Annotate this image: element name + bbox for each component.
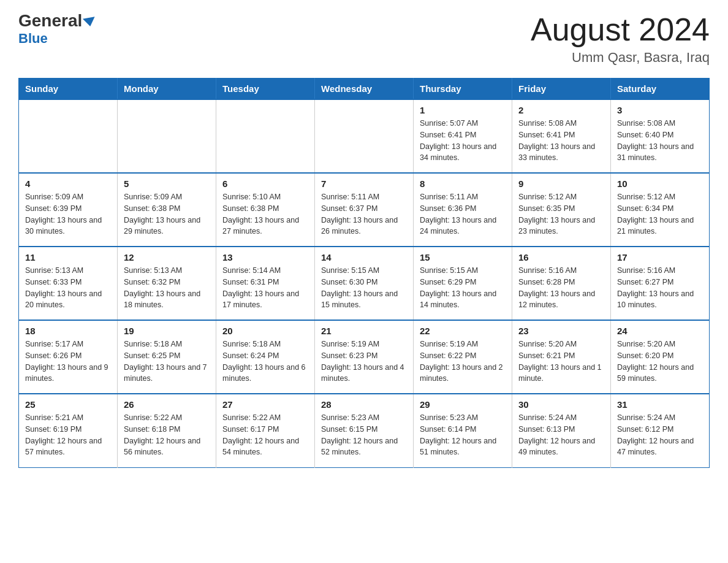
day-number: 21 [321,326,407,336]
calendar-week-5: 25Sunrise: 5:21 AM Sunset: 6:19 PM Dayli… [19,394,710,467]
day-number: 25 [25,399,111,410]
day-number: 16 [518,252,604,262]
day-info: Sunrise: 5:13 AM Sunset: 6:32 PM Dayligh… [124,265,210,311]
calendar-cell: 21Sunrise: 5:19 AM Sunset: 6:23 PM Dayli… [315,320,414,394]
day-number: 29 [420,399,506,410]
day-number: 1 [420,105,506,115]
calendar-week-4: 18Sunrise: 5:17 AM Sunset: 6:26 PM Dayli… [19,320,710,394]
day-info: Sunrise: 5:16 AM Sunset: 6:27 PM Dayligh… [617,265,703,311]
day-info: Sunrise: 5:07 AM Sunset: 6:41 PM Dayligh… [420,118,506,164]
day-info: Sunrise: 5:15 AM Sunset: 6:29 PM Dayligh… [420,265,506,311]
calendar-cell [19,99,118,173]
calendar-cell: 25Sunrise: 5:21 AM Sunset: 6:19 PM Dayli… [19,394,118,467]
day-info: Sunrise: 5:24 AM Sunset: 6:12 PM Dayligh… [617,412,703,458]
logo-bottom: Blue [18,31,48,47]
day-number: 10 [617,178,703,189]
calendar-cell: 5Sunrise: 5:09 AM Sunset: 6:38 PM Daylig… [118,173,216,247]
calendar-cell: 9Sunrise: 5:12 AM Sunset: 6:35 PM Daylig… [512,173,611,247]
day-info: Sunrise: 5:16 AM Sunset: 6:28 PM Dayligh… [518,265,604,311]
calendar-week-2: 4Sunrise: 5:09 AM Sunset: 6:39 PM Daylig… [19,173,710,247]
day-info: Sunrise: 5:21 AM Sunset: 6:19 PM Dayligh… [25,412,111,458]
day-number: 9 [518,178,604,189]
day-info: Sunrise: 5:22 AM Sunset: 6:17 PM Dayligh… [222,412,308,458]
day-number: 3 [617,105,703,115]
calendar-cell: 22Sunrise: 5:19 AM Sunset: 6:22 PM Dayli… [414,320,512,394]
day-number: 19 [124,326,210,336]
calendar-cell: 4Sunrise: 5:09 AM Sunset: 6:39 PM Daylig… [19,173,118,247]
calendar-cell: 17Sunrise: 5:16 AM Sunset: 6:27 PM Dayli… [611,247,710,320]
day-number: 18 [25,326,111,336]
day-number: 31 [617,399,703,410]
calendar-cell: 19Sunrise: 5:18 AM Sunset: 6:25 PM Dayli… [118,320,216,394]
day-number: 15 [420,252,506,262]
day-info: Sunrise: 5:13 AM Sunset: 6:33 PM Dayligh… [25,265,111,311]
calendar-cell: 27Sunrise: 5:22 AM Sunset: 6:17 PM Dayli… [216,394,315,467]
day-number: 27 [222,399,308,410]
day-info: Sunrise: 5:18 AM Sunset: 6:25 PM Dayligh… [124,339,210,385]
calendar-cell: 16Sunrise: 5:16 AM Sunset: 6:28 PM Dayli… [512,247,611,320]
day-info: Sunrise: 5:23 AM Sunset: 6:15 PM Dayligh… [321,412,407,458]
day-info: Sunrise: 5:17 AM Sunset: 6:26 PM Dayligh… [25,339,111,385]
day-info: Sunrise: 5:24 AM Sunset: 6:13 PM Dayligh… [518,412,604,458]
calendar-cell: 1Sunrise: 5:07 AM Sunset: 6:41 PM Daylig… [414,99,512,173]
calendar-body: 1Sunrise: 5:07 AM Sunset: 6:41 PM Daylig… [19,99,710,467]
month-title: August 2024 [531,12,710,47]
calendar-cell [216,99,315,173]
day-number: 24 [617,326,703,336]
weekday-header-sunday: Sunday [19,79,118,100]
calendar-cell [315,99,414,173]
day-number: 23 [518,326,604,336]
day-info: Sunrise: 5:15 AM Sunset: 6:30 PM Dayligh… [321,265,407,311]
day-info: Sunrise: 5:11 AM Sunset: 6:36 PM Dayligh… [420,191,506,237]
weekday-header-tuesday: Tuesday [216,79,315,100]
day-number: 22 [420,326,506,336]
day-info: Sunrise: 5:23 AM Sunset: 6:14 PM Dayligh… [420,412,506,458]
calendar-cell: 31Sunrise: 5:24 AM Sunset: 6:12 PM Dayli… [611,394,710,467]
calendar-cell: 13Sunrise: 5:14 AM Sunset: 6:31 PM Dayli… [216,247,315,320]
day-info: Sunrise: 5:12 AM Sunset: 6:34 PM Dayligh… [617,191,703,237]
calendar-cell: 30Sunrise: 5:24 AM Sunset: 6:13 PM Dayli… [512,394,611,467]
logo: General Blue [18,12,96,47]
calendar-cell: 10Sunrise: 5:12 AM Sunset: 6:34 PM Dayli… [611,173,710,247]
logo-arrow-icon [83,17,96,27]
day-info: Sunrise: 5:11 AM Sunset: 6:37 PM Dayligh… [321,191,407,237]
day-number: 13 [222,252,308,262]
calendar-cell: 23Sunrise: 5:20 AM Sunset: 6:21 PM Dayli… [512,320,611,394]
day-info: Sunrise: 5:20 AM Sunset: 6:20 PM Dayligh… [617,339,703,385]
day-number: 26 [124,399,210,410]
day-info: Sunrise: 5:20 AM Sunset: 6:21 PM Dayligh… [518,339,604,385]
title-area: August 2024 Umm Qasr, Basra, Iraq [531,12,710,66]
day-number: 28 [321,399,407,410]
calendar-week-3: 11Sunrise: 5:13 AM Sunset: 6:33 PM Dayli… [19,247,710,320]
day-info: Sunrise: 5:08 AM Sunset: 6:41 PM Dayligh… [518,118,604,164]
day-number: 11 [25,252,111,262]
calendar-cell: 7Sunrise: 5:11 AM Sunset: 6:37 PM Daylig… [315,173,414,247]
calendar-header: SundayMondayTuesdayWednesdayThursdayFrid… [19,79,710,100]
weekday-header-thursday: Thursday [414,79,512,100]
day-info: Sunrise: 5:09 AM Sunset: 6:38 PM Dayligh… [124,191,210,237]
day-number: 30 [518,399,604,410]
calendar-cell: 12Sunrise: 5:13 AM Sunset: 6:32 PM Dayli… [118,247,216,320]
page-header: General Blue August 2024 Umm Qasr, Basra… [18,12,710,66]
calendar-cell: 28Sunrise: 5:23 AM Sunset: 6:15 PM Dayli… [315,394,414,467]
day-number: 12 [124,252,210,262]
calendar-cell: 24Sunrise: 5:20 AM Sunset: 6:20 PM Dayli… [611,320,710,394]
calendar-cell: 26Sunrise: 5:22 AM Sunset: 6:18 PM Dayli… [118,394,216,467]
day-info: Sunrise: 5:08 AM Sunset: 6:40 PM Dayligh… [617,118,703,164]
day-number: 8 [420,178,506,189]
day-info: Sunrise: 5:18 AM Sunset: 6:24 PM Dayligh… [222,339,308,385]
weekday-header-row: SundayMondayTuesdayWednesdayThursdayFrid… [19,79,710,100]
calendar-cell: 6Sunrise: 5:10 AM Sunset: 6:38 PM Daylig… [216,173,315,247]
weekday-header-monday: Monday [118,79,216,100]
weekday-header-wednesday: Wednesday [315,79,414,100]
calendar-cell: 29Sunrise: 5:23 AM Sunset: 6:14 PM Dayli… [414,394,512,467]
day-number: 5 [124,178,210,189]
logo-top: General [18,12,96,29]
day-number: 17 [617,252,703,262]
calendar-cell: 15Sunrise: 5:15 AM Sunset: 6:29 PM Dayli… [414,247,512,320]
calendar-cell: 3Sunrise: 5:08 AM Sunset: 6:40 PM Daylig… [611,99,710,173]
day-info: Sunrise: 5:10 AM Sunset: 6:38 PM Dayligh… [222,191,308,237]
day-number: 6 [222,178,308,189]
day-info: Sunrise: 5:19 AM Sunset: 6:23 PM Dayligh… [321,339,407,385]
day-number: 7 [321,178,407,189]
